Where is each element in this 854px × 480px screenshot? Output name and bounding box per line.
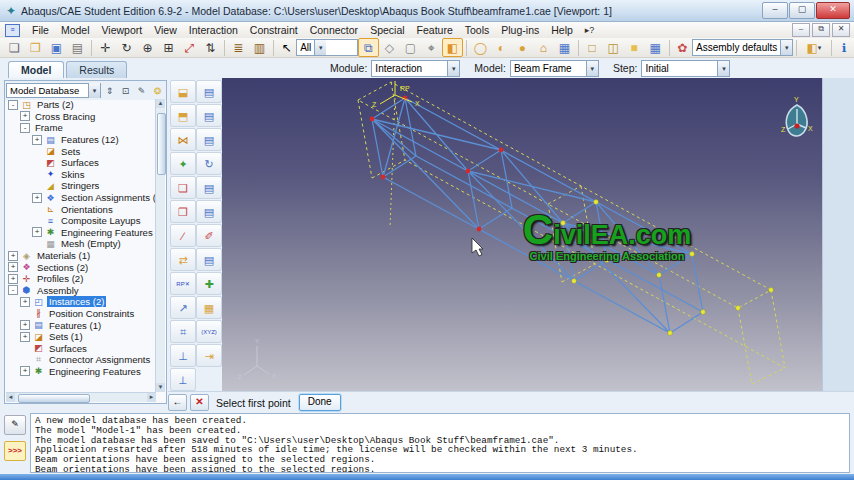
previous-step-button[interactable]: ← (168, 394, 187, 411)
tree-row[interactable]: ◢ Stringers (6, 180, 156, 192)
csys-tool-button[interactable]: ⟂ (170, 368, 196, 391)
amplitude-tool-button[interactable]: ✦ (170, 152, 196, 175)
tree-expander[interactable]: + (32, 227, 42, 237)
scroll-left-icon[interactable]: ◄ (6, 393, 15, 402)
tree-expander[interactable]: - (20, 123, 30, 133)
tree-row[interactable]: ◪ Sets (6, 145, 156, 157)
tree-row[interactable]: + ◰ Instances (2) (6, 296, 156, 308)
chevron-down-icon[interactable]: ▾ (586, 61, 598, 76)
tree-row[interactable]: ▦ Mesh (Empty) (6, 238, 156, 250)
rotate-view-button[interactable]: ↻ (116, 38, 137, 57)
pan-view-button[interactable]: ✛ (95, 38, 116, 57)
toggle-selection-button[interactable]: ⧉ (358, 38, 379, 57)
context-help-icon[interactable]: ▸? (585, 25, 595, 35)
menu-item[interactable]: Model (55, 23, 96, 37)
menu-item[interactable]: File (26, 23, 55, 37)
menu-item[interactable]: Help (545, 23, 579, 37)
scroll-right-icon[interactable]: ► (147, 393, 156, 402)
menu-item[interactable]: Tools (459, 23, 496, 37)
cancel-procedure-button[interactable]: ✕ (190, 394, 209, 411)
tree-expander[interactable]: + (20, 111, 30, 121)
tree-expander[interactable]: + (32, 193, 42, 203)
chevron-down-icon[interactable]: ▾ (717, 61, 729, 76)
tree-lightbulb-button[interactable]: ❂ (150, 84, 165, 98)
box-zoom-button[interactable]: ⊞ (158, 38, 179, 57)
display-options-button[interactable]: ▦ (554, 38, 575, 57)
tree-row[interactable]: ⊾ Orientations (6, 203, 156, 215)
interaction-manager-button[interactable]: ▤ (196, 80, 222, 103)
tab-model[interactable]: Model (8, 61, 64, 78)
minimize-button[interactable]: – (762, 2, 788, 19)
merge-wire-button[interactable]: ⇄ (170, 248, 196, 271)
tree-row[interactable]: + ◈ Materials (1) (6, 250, 156, 262)
command-line-tab-button[interactable]: >>> (4, 441, 26, 461)
tree-row[interactable]: ⌗ Connector Assignments (6, 354, 156, 366)
tree-row[interactable]: + ◪ Sets (1) (6, 331, 156, 343)
tree-row[interactable]: - Frame (6, 122, 156, 134)
connector-manager-button[interactable]: ▤ (196, 128, 222, 151)
shaded-render-button[interactable]: ● (512, 38, 533, 57)
message-log[interactable]: A new model database has been created.Th… (30, 413, 850, 473)
color-mode-combo[interactable]: Assembly defaults▾ (692, 39, 793, 56)
viewport-canvas[interactable]: Z X RP Y Z X Y Z X (222, 78, 822, 391)
tree-expander[interactable]: + (8, 262, 18, 272)
scrollbar-thumb[interactable] (18, 394, 90, 403)
mdi-close-button[interactable]: ✕ (832, 23, 850, 37)
done-button[interactable]: Done (299, 394, 341, 411)
tree-expander[interactable]: + (8, 251, 18, 261)
open-file-button[interactable]: ❐ (25, 38, 46, 57)
spring-dashpot-button[interactable]: ⌗ (170, 320, 196, 343)
create-connector-button[interactable]: ⋈ (170, 128, 196, 151)
tab-results[interactable]: Results (66, 61, 127, 78)
menu-item[interactable]: Connector (304, 23, 364, 37)
tree-row[interactable]: + ❖ Sections (2) (6, 261, 156, 273)
new-file-button[interactable]: ❏ (4, 38, 25, 57)
scroll-down-icon[interactable]: ▼ (156, 383, 165, 392)
menu-item[interactable]: Special (364, 23, 410, 37)
close-button[interactable]: ✕ (816, 2, 850, 19)
menu-item[interactable]: Constraint (244, 23, 304, 37)
tree-row[interactable]: + ✱ Engineering Features (6, 366, 156, 378)
wire-manager-button[interactable]: ▤ (196, 248, 222, 271)
tree-horizontal-scrollbar[interactable]: ◄ ► (6, 392, 156, 402)
view-cut-dropdown-button[interactable]: ◧▾ (800, 38, 828, 57)
tree-filter-button[interactable]: ✎ (134, 84, 149, 98)
ghost-cube-button[interactable]: ◇ (379, 38, 400, 57)
tree-expander[interactable]: - (8, 285, 18, 295)
tree-row[interactable]: + ▤ Features (12) (6, 134, 156, 146)
attachment-manager-button[interactable]: ▤ (196, 176, 222, 199)
tree-expander[interactable]: + (20, 297, 30, 307)
tree-root-combo[interactable]: Model Database▾ (6, 83, 101, 98)
info-button[interactable]: ℹ (835, 38, 854, 57)
tree-expander[interactable]: + (32, 135, 42, 145)
tree-expander[interactable]: - (8, 100, 18, 110)
save-button[interactable]: ▣ (46, 38, 67, 57)
hiddenline-render-button[interactable]: ◐ (491, 38, 512, 57)
color-palette-button[interactable]: ✿ (673, 38, 692, 57)
constraint-manager-button[interactable]: ▤ (196, 104, 222, 127)
tree-row[interactable]: + ✱ Engineering Features (6, 227, 156, 239)
menu-item[interactable]: View (148, 23, 183, 37)
render-beam-profiles-button[interactable]: ≣ (228, 38, 249, 57)
tree-expander[interactable]: + (20, 366, 30, 376)
mesh-cube-button[interactable]: ▦ (645, 38, 666, 57)
chevron-down-icon[interactable]: ▾ (780, 40, 792, 55)
reference-point-button[interactable]: RP✕ (170, 272, 196, 295)
mdi-system-icon[interactable]: ≡ (5, 24, 20, 37)
fastener-manager-button[interactable]: ▤ (196, 200, 222, 223)
tree-row[interactable]: ∦ Position Constraints (6, 308, 156, 320)
tree-row[interactable]: ✦ Skins (6, 169, 156, 181)
chevron-down-icon[interactable]: ▾ (314, 40, 326, 55)
print-button[interactable]: ▤ (67, 38, 88, 57)
visualization-building-button[interactable]: ⌂ (533, 38, 554, 57)
chevron-down-icon[interactable]: ▾ (88, 83, 100, 98)
connector-csys-button[interactable]: ↻ (196, 152, 222, 175)
tree-row[interactable]: ◩ Surfaces (6, 342, 156, 354)
hidden-cube-button[interactable]: ◫ (603, 38, 624, 57)
tree-expander[interactable]: + (20, 320, 30, 330)
tree-row[interactable]: - ◳ Parts (2) (6, 99, 156, 111)
align-tool-button[interactable]: ⇥ (196, 344, 222, 367)
cycle-views-button[interactable]: ⇅ (200, 38, 221, 57)
tree-vertical-scrollbar[interactable]: ▲ ▼ (155, 99, 165, 392)
shaded-cube-button[interactable]: ■ (624, 38, 645, 57)
